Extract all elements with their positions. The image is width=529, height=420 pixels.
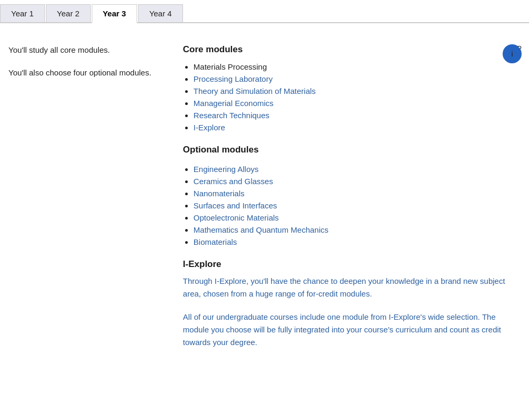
core-modules-section: Core modules Materials Processing Proces… [183, 44, 521, 132]
list-item: Materials Processing [194, 62, 521, 71]
core-modules-list: Materials Processing Processing Laborato… [183, 62, 521, 132]
list-item: Theory and Simulation of Materials [194, 87, 521, 96]
module-optoelectronic[interactable]: Optoelectronic Materials [194, 213, 279, 222]
tab-year4[interactable]: Year 4 [138, 4, 183, 22]
list-item: Managerial Economics [194, 99, 521, 108]
module-processing-lab[interactable]: Processing Laboratory [194, 74, 273, 83]
list-item: I-Explore [194, 123, 521, 132]
iexplore-heading: I-Explore [183, 259, 521, 270]
list-item: Processing Laboratory [194, 74, 521, 83]
list-item: Research Techniques [194, 111, 521, 120]
iexplore-paragraph1: Through I-Explore, you'll have the chanc… [183, 275, 521, 300]
optional-modules-section: Optional modules Engineering Alloys Cera… [183, 145, 521, 246]
iexplore-section: I-Explore Through I-Explore, you'll have… [183, 259, 521, 349]
module-materials-processing: Materials Processing [194, 62, 267, 71]
iexplore-paragraph2: All of our undergraduate courses include… [183, 311, 521, 349]
tab-year3[interactable]: Year 3 [92, 4, 137, 23]
tab-year2[interactable]: Year 2 [46, 4, 91, 22]
optional-modules-heading: Optional modules [183, 145, 521, 155]
float-pill[interactable]: i P [517, 44, 522, 53]
module-managerial-econ[interactable]: Managerial Economics [194, 99, 274, 108]
tab-year1[interactable]: Year 1 [0, 4, 45, 22]
right-column: i P Core modules Materials Processing Pr… [183, 44, 521, 349]
module-theory-simulation[interactable]: Theory and Simulation of Materials [194, 87, 316, 96]
main-content: You'll study all core modules. You'll al… [0, 23, 529, 370]
study-all-text: You'll study all core modules. [8, 44, 151, 56]
list-item: Surfaces and Interfaces [194, 201, 521, 210]
list-item: Ceramics and Glasses [194, 177, 521, 186]
module-biomaterials[interactable]: Biomaterials [194, 237, 237, 246]
list-item: Nanomaterials [194, 189, 521, 198]
left-column: You'll study all core modules. You'll al… [8, 44, 151, 349]
core-modules-heading: Core modules [183, 44, 521, 55]
list-item: Mathematics and Quantum Mechanics [194, 225, 521, 234]
module-nanomaterials[interactable]: Nanomaterials [194, 189, 245, 198]
module-iexplore-core[interactable]: I-Explore [194, 123, 225, 132]
optional-choice-text: You'll also choose four optional modules… [8, 67, 151, 79]
info-button[interactable]: i [503, 44, 522, 63]
module-research-techniques[interactable]: Research Techniques [194, 111, 270, 120]
module-engineering-alloys[interactable]: Engineering Alloys [194, 165, 258, 174]
list-item: Engineering Alloys [194, 165, 521, 174]
module-ceramics-glasses[interactable]: Ceramics and Glasses [194, 177, 273, 186]
tab-bar: Year 1 Year 2 Year 3 Year 4 [0, 0, 529, 23]
list-item: Biomaterials [194, 237, 521, 246]
info-icon: i [511, 50, 513, 58]
module-surfaces-interfaces[interactable]: Surfaces and Interfaces [194, 201, 277, 210]
optional-modules-list: Engineering Alloys Ceramics and Glasses … [183, 165, 521, 246]
module-maths-quantum[interactable]: Mathematics and Quantum Mechanics [194, 225, 329, 234]
list-item: Optoelectronic Materials [194, 213, 521, 222]
